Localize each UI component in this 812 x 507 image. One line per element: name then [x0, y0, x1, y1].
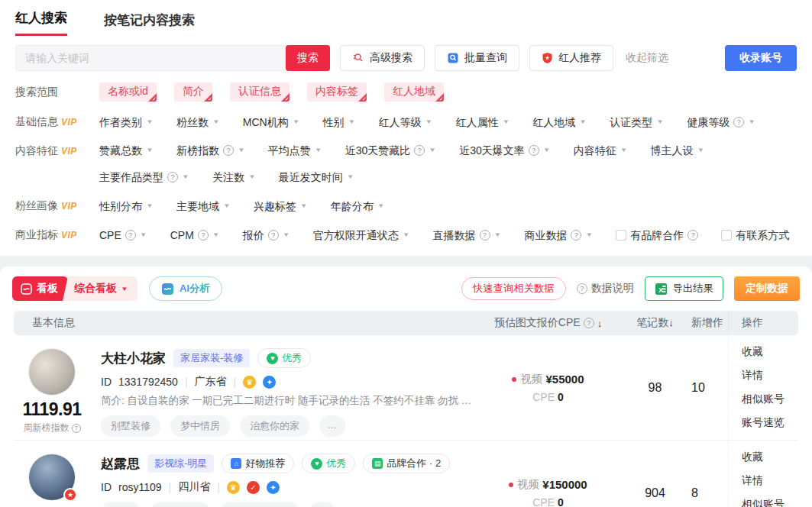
scope-tag-label: 内容标签: [315, 85, 358, 97]
avatar[interactable]: [28, 348, 76, 396]
export-results-button[interactable]: X 导出结果: [645, 276, 723, 301]
filter-cpe[interactable]: CPE?▼: [99, 226, 147, 244]
category-tag[interactable]: 影视综-明星: [147, 454, 214, 473]
header-new-works[interactable]: 新增作: [691, 316, 728, 330]
header-note-count[interactable]: 笔记数↓: [619, 316, 691, 330]
filter-attribute[interactable]: 红人属性▼: [455, 113, 510, 131]
kanban-board-select[interactable]: 综合看板 ▼: [68, 282, 137, 295]
action-detail[interactable]: 详情: [742, 369, 798, 383]
divider: |: [234, 376, 237, 388]
caret-down-icon: ▼: [146, 144, 154, 157]
tab-note-content-search[interactable]: 按笔记内容搜索: [104, 11, 195, 36]
action-similar-accounts[interactable]: 相似账号: [742, 392, 798, 406]
filter-level[interactable]: 红人等级▼: [379, 113, 433, 131]
filter-group-label: 内容特征VIP: [15, 142, 99, 186]
filter-row-commerce: 商业指标VIP CPE?▼ CPM?▼ 报价?▼ 官方权限开通状态▼ 直播数据?…: [15, 226, 797, 244]
check-icon: ✓: [439, 96, 444, 102]
help-icon[interactable]: ?: [72, 424, 81, 433]
price-type: 视频: [520, 373, 542, 386]
caret-down-icon: ▼: [140, 228, 147, 242]
filter-author-type[interactable]: 作者类别▼: [99, 113, 154, 131]
filter-main-work-type[interactable]: 主要作品类型?▼: [99, 169, 189, 186]
excellent-badge: ♥优秀: [302, 454, 355, 473]
filter-gender[interactable]: 性别▼: [323, 113, 356, 131]
ai-analysis-button[interactable]: AI分析: [149, 276, 222, 301]
influencer-name[interactable]: 赵露思: [101, 455, 140, 473]
filter-following-count[interactable]: 关注数▼: [212, 169, 256, 186]
collapse-filters-link[interactable]: 收起筛选: [626, 51, 668, 65]
keyword-tag[interactable]: 梦中情房: [170, 415, 230, 437]
filter-gender-dist[interactable]: 性别分布▼: [99, 197, 154, 215]
red-dot-icon: [512, 377, 516, 382]
filter-newrank-index[interactable]: 新榜指数?▼: [176, 142, 245, 159]
checkbox-has-brand-coop[interactable]: 有品牌合作?: [616, 226, 698, 244]
scope-tag-intro[interactable]: 简介✓: [174, 82, 212, 102]
filter-fans-count[interactable]: 粉丝数▼: [176, 113, 220, 131]
action-similar-accounts[interactable]: 相似账号: [742, 498, 798, 507]
caret-down-icon: ▼: [502, 115, 510, 129]
vip-badge: VIP: [61, 146, 77, 157]
help-icon: ?: [733, 117, 744, 128]
id-label: ID: [101, 481, 112, 493]
vip-badge: VIP: [61, 117, 77, 128]
action-favorite[interactable]: 收藏: [742, 345, 798, 359]
filter-30d-like-ratio[interactable]: 近30天赞藏比?▼: [345, 142, 436, 159]
scope-tag-label: 认证信息: [238, 85, 281, 97]
action-favorite[interactable]: 收藏: [742, 450, 798, 464]
filter-mcn[interactable]: MCN机构▼: [243, 113, 300, 131]
header-estimated-cpe[interactable]: 预估图文报价CPE?↓: [477, 316, 619, 330]
filter-content-feature[interactable]: 内容特征▼: [574, 142, 628, 159]
filter-like-collect-total[interactable]: 赞藏总数▼: [99, 142, 154, 159]
category-tag[interactable]: 家居家装-装修: [173, 349, 250, 367]
filter-last-post-time[interactable]: 最近发文时间▼: [279, 169, 354, 186]
filter-cert-type[interactable]: 认证类型▼: [610, 113, 664, 131]
action-detail[interactable]: 详情: [742, 474, 798, 488]
scope-tag-region[interactable]: 红人地域✓: [384, 82, 444, 102]
batch-query-button[interactable]: 批量查询: [435, 45, 519, 71]
caret-down-icon: ▼: [121, 286, 128, 292]
quick-query-button[interactable]: 快速查询相关数据: [461, 277, 566, 300]
influencer-recommend-button[interactable]: 红人推荐: [529, 45, 613, 71]
filter-official-permission[interactable]: 官方权限开通状态▼: [313, 226, 410, 244]
filter-group-label: 基础信息VIP: [15, 113, 99, 131]
filter-30d-viral-rate[interactable]: 近30天爆文率?▼: [459, 142, 550, 159]
caret-down-icon: ▼: [697, 144, 705, 157]
checkbox-has-contact[interactable]: 有联系方式: [721, 226, 789, 244]
more-keywords-button[interactable]: …: [319, 415, 345, 437]
weekly-index-value: 1119.91: [14, 399, 90, 420]
filter-live-data[interactable]: 直播数据?▼: [433, 226, 502, 244]
kanban-button[interactable]: 看板: [12, 276, 68, 301]
filter-cpm[interactable]: CPM?▼: [170, 226, 220, 244]
scope-tag-name-id[interactable]: 名称或id✓: [99, 82, 157, 102]
filter-region[interactable]: 红人地域▼: [532, 113, 587, 131]
keyword-input[interactable]: [15, 45, 288, 71]
search-button[interactable]: 搜索: [286, 45, 330, 71]
filter-interest-tags[interactable]: 兴趣标签▼: [254, 197, 308, 215]
custom-data-button[interactable]: 定制数据: [734, 276, 800, 301]
advanced-search-button[interactable]: 高级搜索: [340, 45, 425, 71]
filter-age-dist[interactable]: 年龄分布▼: [331, 197, 385, 215]
vip-badge: VIP: [61, 201, 77, 212]
keyword-tag[interactable]: 许妍: [101, 502, 141, 507]
keyword-tag[interactable]: 别墅装修: [101, 415, 160, 437]
include-account-button[interactable]: 收录账号: [725, 45, 797, 71]
keyword-tag[interactable]: 不是今天拍的: [220, 502, 299, 507]
filter-avg-likes[interactable]: 平均点赞▼: [268, 142, 322, 159]
filter-main-region[interactable]: 主要地域▼: [176, 197, 231, 215]
actions-column: 收藏 详情 相似账号 账号速览: [728, 335, 798, 440]
filter-health-level[interactable]: 健康等级?▼: [687, 113, 755, 131]
caret-down-icon: ▼: [403, 228, 410, 242]
action-account-overview[interactable]: 账号速览: [742, 416, 798, 430]
filter-commerce-data[interactable]: 商业数据?▼: [524, 226, 593, 244]
keyword-tag[interactable]: 许我耀眼: [150, 502, 210, 507]
scope-tag-content-tag[interactable]: 内容标签✓: [307, 82, 367, 102]
influencer-name[interactable]: 大柱小花家: [101, 350, 166, 367]
scope-tag-cert[interactable]: 认证信息✓: [230, 82, 290, 102]
keyword-tag[interactable]: 治愈你的家: [240, 415, 309, 437]
avatar[interactable]: ★: [28, 454, 76, 501]
more-keywords-button[interactable]: …: [309, 502, 335, 507]
tab-influencer-search[interactable]: 红人搜索: [15, 9, 67, 36]
data-note-link[interactable]: ? 数据说明: [577, 282, 634, 295]
filter-quote[interactable]: 报价?▼: [243, 226, 290, 244]
filter-blogger-persona[interactable]: 博主人设▼: [651, 142, 705, 159]
